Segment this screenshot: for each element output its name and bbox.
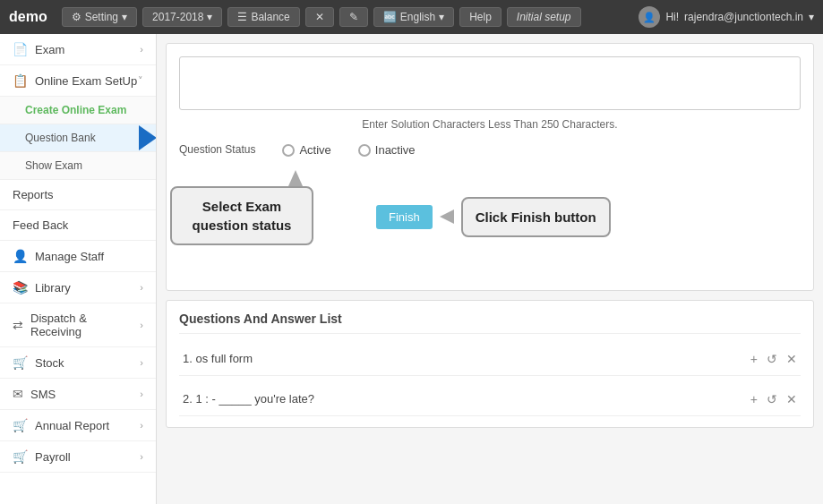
sidebar-label-exam: Exam [35,43,64,56]
sidebar-label-library: Library [35,281,71,295]
year-button[interactable]: 2017-2018 ▾ [142,7,222,27]
sidebar-item-sms[interactable]: ✉ SMS › [0,379,156,410]
hint-text: Enter Solution Characters Less Than 250 … [179,118,801,131]
sidebar-item-show-exam[interactable]: Show Exam [0,152,156,180]
active-radio[interactable]: Active [282,143,330,157]
table-row: 2. 1 : - _____ you're late? + ↺ ✕ [179,383,801,416]
qa-item-text-2: 2. 1 : - _____ you're late? [183,392,750,406]
sidebar-item-dispatch[interactable]: ⇄ Dispatch & Receiving › [0,303,156,347]
sidebar-item-library[interactable]: 📚 Library › [0,272,156,303]
language-button[interactable]: 🔤 English ▾ [373,7,454,27]
main-layout: 📄 Exam › 📋 Online Exam SetUp ˅ Create On… [0,34,823,504]
avatar: 👤 [639,6,660,28]
sidebar-item-payroll[interactable]: 🛒 Payroll › [0,441,156,473]
inactive-radio-circle [358,144,371,157]
sidebar-item-reports[interactable]: Reports [0,180,156,210]
sidebar-label-sms: SMS [30,388,56,401]
stock-icon: 🛒 [13,355,28,370]
user-dropdown-icon: ▾ [809,11,814,23]
sidebar-item-stock[interactable]: 🛒 Stock › [0,347,156,379]
sidebar-label-dispatch: Dispatch & Receiving [30,312,140,338]
edit-button[interactable]: ✎ [339,7,368,27]
brand-logo: demo [9,9,47,25]
user-info: 👤 Hi! rajendra@junctiontech.in ▾ [639,6,814,28]
select-exam-annotation: Select Examquestion status [224,170,367,245]
finish-section: Select Examquestion status Finish Click … [179,170,801,278]
sidebar-label-annual-report: Annual Report [35,419,109,432]
online-exam-submenu: Create Online Exam Question Bank Show Ex… [0,97,156,180]
dispatch-icon: ⇄ [13,318,23,332]
sidebar-item-online-exam-setup[interactable]: 📋 Online Exam SetUp ˅ [0,65,156,97]
active-label: Active [299,143,330,157]
online-exam-icon: 📋 [13,73,28,88]
help-button[interactable]: Help [459,7,502,27]
setting-button[interactable]: ⚙ Setting ▾ [62,7,137,27]
chevron-right-icon-stock: › [140,357,143,368]
delete-button-2[interactable]: ✕ [786,392,797,406]
qa-title: Questions And Answer List [179,312,801,334]
exam-icon: 📄 [13,42,28,56]
sidebar-item-exam[interactable]: 📄 Exam › [0,34,156,65]
cross-button[interactable]: ✕ [305,7,334,27]
callout-select-exam: Select Examquestion status [170,186,313,245]
inactive-label: Inactive [375,143,416,157]
chevron-right-icon-disp: › [140,320,143,330]
add-button-1[interactable]: + [750,352,758,366]
question-form-card: Enter Solution Characters Less Than 250 … [166,43,814,291]
add-button-2[interactable]: + [750,392,758,406]
sidebar-label-payroll: Payroll [35,450,71,464]
finish-row: Finish Click Finish button [376,197,611,237]
top-navbar: demo ⚙ Setting ▾ 2017-2018 ▾ ☰ Balance ✕… [0,0,823,34]
delete-button-1[interactable]: ✕ [786,352,797,366]
qa-actions-2: + ↺ ✕ [750,392,797,406]
left-arrow-icon [440,209,454,224]
qa-item-text-1: 1. os full form [183,352,750,365]
sms-icon: ✉ [13,387,23,401]
callout-finish: Click Finish button [461,197,611,237]
sidebar-item-manage-staff[interactable]: 👤 Manage Staff [0,241,156,272]
chevron-right-icon-lib: › [140,282,143,293]
main-content: Enter Solution Characters Less Than 250 … [157,34,823,504]
finish-arrow [440,209,454,224]
chevron-down-icon: ˅ [138,75,143,87]
annual-report-icon: 🛒 [13,418,28,432]
library-icon: 📚 [13,280,28,295]
chevron-right-icon-sms: › [140,389,143,399]
sidebar-label-reports: Reports [13,188,54,201]
highlight-arrow-icon [139,125,157,150]
chevron-right-icon-pay: › [140,451,143,462]
finish-button[interactable]: Finish [376,205,433,229]
sidebar-label-feedback: Feed Back [13,218,68,232]
qa-actions-1: + ↺ ✕ [750,352,797,366]
refresh-button-2[interactable]: ↺ [767,392,777,406]
inactive-radio[interactable]: Inactive [358,143,416,157]
qa-section: Questions And Answer List 1. os full for… [166,300,814,428]
sidebar-item-create-online-exam[interactable]: Create Online Exam [0,97,156,124]
user-email: rajendra@junctiontech.in [684,11,803,23]
initial-setup-button[interactable]: Initial setup [507,7,581,27]
chevron-right-icon-ar: › [140,420,143,431]
sidebar-label-stock: Stock [35,356,64,370]
solution-textarea[interactable] [179,56,801,110]
user-greeting: Hi! [665,11,679,23]
sidebar-item-annual-report[interactable]: 🛒 Annual Report › [0,410,156,441]
up-arrow-icon [288,170,303,186]
refresh-button-1[interactable]: ↺ [767,352,777,366]
sidebar-item-feedback[interactable]: Feed Back [0,210,156,241]
sidebar: 📄 Exam › 📋 Online Exam SetUp ˅ Create On… [0,34,157,504]
sidebar-item-question-bank[interactable]: Question Bank [0,124,156,152]
sidebar-label-online-exam: Online Exam SetUp [35,74,137,88]
payroll-icon: 🛒 [13,449,28,464]
table-row: 1. os full form + ↺ ✕ [179,343,801,376]
sidebar-label-manage-staff: Manage Staff [35,250,104,263]
chevron-right-icon: › [140,44,143,55]
active-radio-circle [282,144,295,157]
question-status-row: Question Status Active Inactive [179,143,801,158]
question-status-label: Question Status [179,143,255,158]
balance-button[interactable]: ☰ Balance [227,7,299,27]
manage-staff-icon: 👤 [13,249,28,263]
